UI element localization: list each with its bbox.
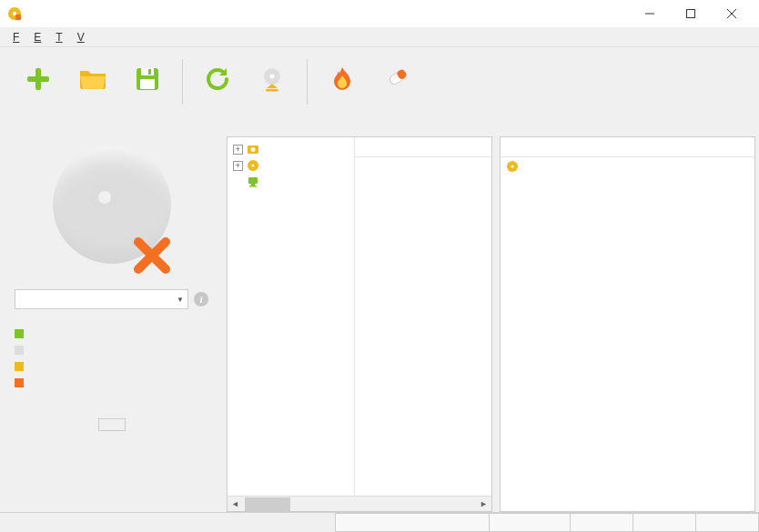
toolbar <box>0 47 759 115</box>
refresh-icon <box>203 65 232 94</box>
free-swatch <box>15 346 24 355</box>
scroll-left-icon[interactable]: ◄ <box>228 497 243 512</box>
info-panel: ▼ i <box>0 115 223 512</box>
eraser-icon <box>382 65 411 94</box>
hdd-icon <box>247 143 259 156</box>
status-disc <box>489 513 571 532</box>
explorer-panel-body: + + ◄ <box>227 136 492 512</box>
image-panel <box>496 115 759 512</box>
network-icon <box>247 176 259 188</box>
image-row[interactable] <box>501 157 754 176</box>
svg-rect-23 <box>251 184 255 186</box>
expand-icon[interactable]: + <box>233 145 243 155</box>
disc-stats <box>15 326 208 391</box>
scroll-right-icon[interactable]: ► <box>476 497 491 512</box>
eject-icon <box>258 65 287 94</box>
status-bar <box>0 512 759 532</box>
close-button[interactable] <box>711 0 752 27</box>
pickup-existing-data-button[interactable] <box>98 418 126 431</box>
disc-graphic <box>44 146 180 282</box>
save-button[interactable] <box>120 59 175 105</box>
eject-button[interactable] <box>245 59 299 105</box>
svg-point-19 <box>251 147 256 152</box>
svg-rect-11 <box>148 69 151 75</box>
erase-button[interactable] <box>369 59 424 105</box>
open-button[interactable] <box>66 59 120 105</box>
menu-file[interactable]: F <box>5 29 26 45</box>
svg-rect-12 <box>140 79 155 89</box>
drive-row: ▼ i <box>15 289 208 309</box>
info-panel-title <box>0 115 223 136</box>
scroll-thumb[interactable] <box>245 497 290 511</box>
tree-item-network[interactable] <box>229 174 352 190</box>
x-mark-icon <box>133 236 171 275</box>
title-bar <box>0 0 759 27</box>
tree-item-local-disc[interactable]: + <box>229 141 352 157</box>
refresh-button[interactable] <box>190 59 245 105</box>
status-spacer <box>0 513 336 532</box>
burn-button[interactable] <box>315 59 369 105</box>
svg-rect-4 <box>686 10 694 18</box>
disc-hole-icon <box>91 184 118 211</box>
svg-point-26 <box>511 165 513 167</box>
menu-edit[interactable]: E <box>26 29 48 45</box>
app-icon <box>7 6 22 21</box>
menu-tools[interactable]: T <box>48 29 69 45</box>
dvd-icon <box>247 159 259 172</box>
image-col-header <box>501 137 754 157</box>
plus-icon <box>24 65 53 94</box>
save-icon <box>133 65 162 94</box>
menu-bar: F E T V <box>0 27 759 47</box>
svg-point-14 <box>270 74 275 78</box>
svg-rect-22 <box>248 177 258 184</box>
folder-icon <box>78 65 107 94</box>
status-link[interactable] <box>335 513 490 532</box>
drive-select[interactable]: ▼ <box>15 289 188 309</box>
info-panel-body: ▼ i <box>0 136 223 512</box>
svg-rect-15 <box>266 89 278 92</box>
tree-item-dvd-drive[interactable]: + <box>229 157 352 174</box>
used-swatch <box>15 362 24 371</box>
svg-rect-24 <box>249 186 257 187</box>
explorer-scrollbar[interactable]: ◄ ► <box>228 496 491 511</box>
explorer-panel-title <box>223 115 496 136</box>
explorer-tree: + + <box>228 137 355 511</box>
status-size-3 <box>695 513 759 532</box>
image-panel-body <box>500 136 755 512</box>
disc-icon <box>506 160 519 173</box>
panel-area: ▼ i <box>0 115 759 512</box>
planned-swatch <box>15 329 24 338</box>
status-size-2 <box>632 513 696 532</box>
exceeded-swatch <box>15 378 24 387</box>
stat-used <box>15 358 208 375</box>
toolbar-separator <box>307 59 308 105</box>
svg-rect-10 <box>141 68 154 75</box>
svg-rect-8 <box>27 76 49 82</box>
chevron-down-icon: ▼ <box>177 296 184 304</box>
svg-rect-2 <box>15 15 21 20</box>
explorer-panel: + + ◄ <box>223 115 496 512</box>
stat-free <box>15 342 208 358</box>
explorer-col-name[interactable] <box>355 137 491 157</box>
window-controls <box>629 0 752 27</box>
flame-icon <box>328 65 357 94</box>
maximize-button[interactable] <box>670 0 711 27</box>
expand-icon[interactable]: + <box>233 161 243 171</box>
stat-exceeded <box>15 375 208 391</box>
image-panel-title <box>496 115 759 136</box>
menu-view[interactable]: V <box>70 29 92 45</box>
svg-point-21 <box>251 164 254 166</box>
new-button[interactable] <box>11 59 66 105</box>
toolbar-separator <box>182 59 183 105</box>
stat-planned <box>15 326 208 342</box>
info-icon[interactable]: i <box>194 292 208 306</box>
minimize-button[interactable] <box>629 0 670 27</box>
explorer-list <box>355 137 491 511</box>
status-size-1 <box>570 513 633 532</box>
